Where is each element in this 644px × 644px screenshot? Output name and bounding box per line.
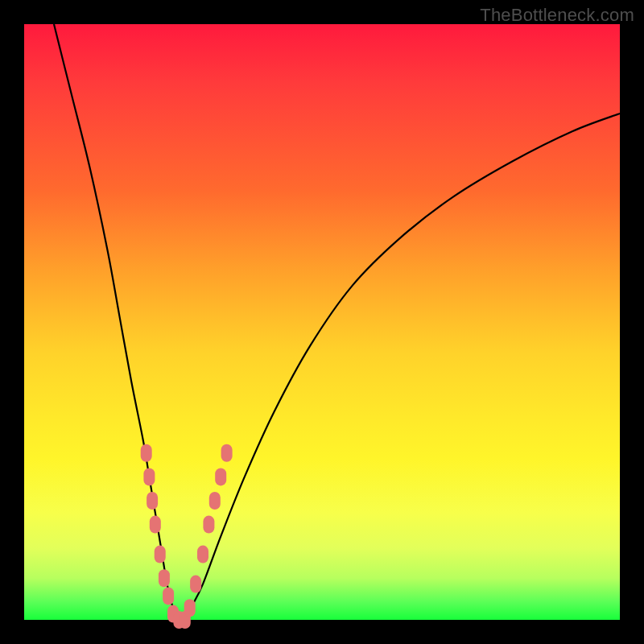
bottleneck-curve — [54, 24, 620, 621]
bead-marker — [203, 516, 214, 534]
bead-group — [141, 444, 233, 629]
bead-marker — [197, 546, 208, 564]
bead-marker — [215, 468, 226, 485]
bead-marker — [163, 587, 174, 605]
curve-svg — [24, 24, 620, 620]
plot-area — [24, 24, 620, 620]
watermark-text: TheBottleneck.com — [480, 5, 634, 26]
bead-marker — [159, 569, 170, 587]
bead-marker — [190, 576, 201, 593]
bead-marker — [141, 444, 152, 462]
bead-marker — [221, 444, 233, 462]
bead-marker — [147, 492, 158, 510]
bead-marker — [209, 492, 221, 510]
chart-frame: TheBottleneck.com — [0, 0, 644, 644]
bead-marker — [184, 599, 196, 617]
bead-marker — [143, 468, 155, 485]
bead-marker — [150, 516, 161, 534]
bead-marker — [155, 546, 166, 564]
